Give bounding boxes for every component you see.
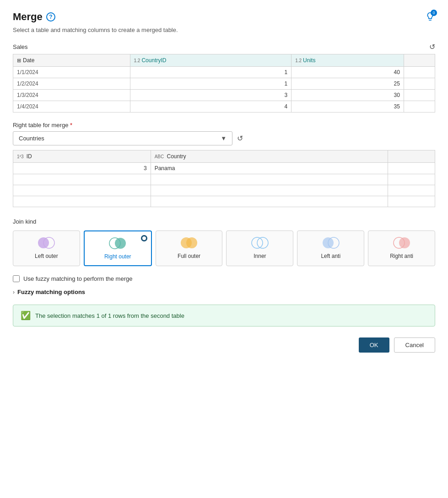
help-icon[interactable]: ?: [46, 12, 55, 21]
full-outer-icon: [179, 236, 199, 249]
title-area: Merge ?: [13, 11, 55, 23]
left-outer-icon: [36, 236, 56, 249]
page-title: Merge: [13, 11, 43, 23]
join-card-right-outer[interactable]: Right outer: [84, 230, 152, 266]
inner-label: Inner: [254, 253, 266, 259]
required-star: *: [70, 122, 72, 129]
sales-col-countryid[interactable]: 1.2CountryID: [130, 54, 291, 67]
inner-icon: [250, 236, 270, 249]
join-options: Left outer Right outer Full outer Inner …: [13, 230, 435, 266]
sales-label: Sales: [13, 43, 28, 50]
table-row: 3 Panama: [13, 163, 435, 174]
right-outer-label: Right outer: [104, 253, 131, 260]
fuzzy-checkbox-row: Use fuzzy matching to perform the merge: [13, 275, 435, 282]
sales-refresh-icon[interactable]: ↺: [429, 43, 435, 51]
right-anti-label: Right anti: [390, 253, 413, 259]
date-icon: ⊞: [17, 58, 21, 63]
success-banner: ✅ The selection matches 1 of 1 rows from…: [13, 305, 435, 327]
fuzzy-options-label: Fuzzy matching options: [17, 289, 85, 295]
full-outer-label: Full outer: [178, 253, 200, 259]
svg-point-5: [186, 237, 197, 248]
lightbulb-icon[interactable]: 0: [425, 11, 435, 23]
left-anti-icon: [321, 236, 341, 249]
countries-col-empty: [388, 150, 435, 163]
page-subtitle: Select a table and matching columns to c…: [13, 27, 435, 33]
sales-section-header: Sales ↺: [13, 43, 435, 51]
join-card-full-outer[interactable]: Full outer: [156, 230, 223, 266]
lightbulb-badge: 0: [431, 10, 437, 16]
svg-point-3: [115, 238, 126, 249]
success-text: The selection matches 1 of 1 rows from t…: [35, 312, 184, 319]
join-kind-label: Join kind: [13, 218, 435, 225]
table-row: 1/4/2024 4 35: [13, 101, 435, 112]
table-row-empty: [13, 174, 435, 185]
sales-col-empty: [404, 54, 435, 67]
right-outer-icon: [108, 237, 128, 250]
selected-indicator: [141, 235, 147, 241]
left-anti-label: Left anti: [321, 253, 340, 259]
footer-buttons: OK Cancel: [13, 337, 435, 353]
dropdown-wrapper: Countries ▼ ↺: [13, 131, 435, 145]
page-header: Merge ? 0: [13, 11, 435, 23]
ok-button[interactable]: OK: [359, 337, 389, 353]
left-outer-label: Left outer: [35, 253, 58, 259]
sales-col-date[interactable]: ⊞Date: [13, 54, 130, 67]
table-row: 1/3/2024 3 30: [13, 90, 435, 101]
fuzzy-checkbox[interactable]: [13, 275, 20, 282]
right-anti-icon: [392, 236, 412, 249]
fuzzy-options-row[interactable]: › Fuzzy matching options: [13, 289, 435, 295]
join-card-left-anti[interactable]: Left anti: [297, 230, 364, 266]
success-icon: ✅: [21, 311, 31, 321]
right-table-dropdown[interactable]: Countries ▼: [13, 131, 232, 145]
join-card-inner[interactable]: Inner: [226, 230, 293, 266]
cancel-button[interactable]: Cancel: [394, 337, 435, 353]
chevron-right-icon: ›: [13, 289, 15, 295]
table-row: 1/2/2024 1 25: [13, 78, 435, 90]
table-row-empty: [13, 196, 435, 207]
countries-col-country[interactable]: ABC Country: [151, 150, 388, 163]
table-row-empty: [13, 185, 435, 196]
svg-point-11: [399, 237, 410, 248]
dropdown-arrow-icon: ▼: [221, 135, 227, 142]
fuzzy-checkbox-label: Use fuzzy matching to perform the merge: [23, 275, 132, 282]
right-table-refresh-icon[interactable]: ↺: [237, 134, 243, 143]
join-card-left-outer[interactable]: Left outer: [13, 230, 80, 266]
table-row: 1/1/2024 1 40: [13, 67, 435, 78]
countries-col-id[interactable]: 1²3 ID: [13, 150, 151, 163]
right-table-label: Right table for merge *: [13, 122, 435, 129]
sales-table: ⊞Date 1.2CountryID 1.2Units 1/1/2024 1 4…: [13, 54, 435, 112]
countries-table: 1²3 ID ABC Country 3 Panama: [13, 150, 435, 207]
join-card-right-anti[interactable]: Right anti: [368, 230, 435, 266]
sales-col-units[interactable]: 1.2Units: [291, 54, 404, 67]
